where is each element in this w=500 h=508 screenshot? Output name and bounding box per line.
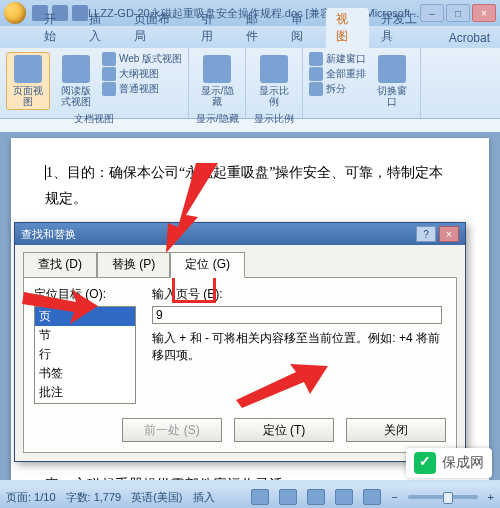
goto-target-label: 定位目标 (O):: [34, 286, 136, 303]
switch-windows-button[interactable]: 切换窗口: [370, 52, 414, 114]
arrange-all-button[interactable]: 全部重排: [309, 67, 366, 81]
tab-acrobat[interactable]: Acrobat: [439, 28, 500, 48]
print-layout-button[interactable]: 页面视图: [6, 52, 50, 110]
goto-hint-text: 输入 + 和 - 可将相关内容移至当前位置。例如: +4 将前移四项。: [152, 330, 446, 364]
outline-view-button[interactable]: 大纲视图: [102, 67, 182, 81]
status-page[interactable]: 页面: 1/10: [6, 490, 56, 505]
list-item[interactable]: 节: [35, 326, 135, 345]
split-button[interactable]: 拆分: [309, 82, 366, 96]
switch-windows-icon: [378, 55, 406, 83]
status-language[interactable]: 英语(美国): [131, 490, 182, 505]
draft-icon: [102, 82, 116, 96]
view-print-layout-icon[interactable]: [251, 489, 269, 505]
find-replace-dialog: 查找和替换 ? × 查找 (D) 替换 (P) 定位 (G) 定位目标 (O):…: [14, 222, 466, 462]
view-outline-icon[interactable]: [335, 489, 353, 505]
view-draft-icon[interactable]: [363, 489, 381, 505]
zoom-button[interactable]: 显示比例: [252, 52, 296, 110]
zoom-slider[interactable]: [408, 495, 478, 499]
close-button[interactable]: 关闭: [346, 418, 446, 442]
print-layout-icon: [14, 55, 42, 83]
show-hide-icon: [203, 55, 231, 83]
tab-view[interactable]: 视图: [326, 8, 369, 48]
highlight-box-input: [172, 275, 216, 303]
dialog-help-button[interactable]: ?: [416, 226, 436, 242]
tab-mailings[interactable]: 邮件: [236, 8, 279, 48]
list-item[interactable]: 行: [35, 345, 135, 364]
show-hide-button[interactable]: 显示/隐藏: [195, 52, 239, 110]
list-item[interactable]: 批注: [35, 383, 135, 402]
window-maximize-button[interactable]: □: [446, 4, 470, 22]
tab-insert[interactable]: 插入: [79, 8, 122, 48]
status-word-count[interactable]: 字数: 1,779: [66, 490, 122, 505]
tab-review[interactable]: 审阅: [281, 8, 324, 48]
draft-view-button[interactable]: 普通视图: [102, 82, 182, 96]
list-item[interactable]: 书签: [35, 364, 135, 383]
split-icon: [309, 82, 323, 96]
status-insert-mode[interactable]: 插入: [193, 490, 215, 505]
goto-button[interactable]: 定位 (T): [234, 418, 334, 442]
watermark: 保成网: [406, 448, 492, 478]
list-item[interactable]: 脚注: [35, 402, 135, 404]
previous-button: 前一处 (S): [122, 418, 222, 442]
outline-icon: [102, 67, 116, 81]
tab-references[interactable]: 引用: [191, 8, 234, 48]
arrange-all-icon: [309, 67, 323, 81]
dialog-tab-find[interactable]: 查找 (D): [23, 252, 97, 278]
dialog-title: 查找和替换: [21, 227, 76, 242]
goto-target-listbox[interactable]: 页 节 行 书签 批注 脚注: [34, 306, 136, 404]
zoom-in-button[interactable]: +: [488, 491, 494, 503]
new-window-icon: [309, 52, 323, 66]
web-layout-icon: [102, 52, 116, 66]
view-web-icon[interactable]: [307, 489, 325, 505]
office-orb-button[interactable]: [4, 2, 26, 24]
group-label-docviews: 文档视图: [74, 110, 114, 128]
reading-layout-icon: [62, 55, 90, 83]
dialog-tab-goto[interactable]: 定位 (G): [170, 252, 245, 278]
list-item[interactable]: 页: [35, 307, 135, 326]
zoom-out-button[interactable]: −: [391, 491, 397, 503]
dialog-close-button[interactable]: ×: [439, 226, 459, 242]
reading-layout-button[interactable]: 阅读版式视图: [54, 52, 98, 110]
window-close-button[interactable]: ×: [472, 4, 496, 22]
watermark-logo-icon: [414, 452, 436, 474]
ribbon-tabs: 开始 插入 页面布局 引用 邮件 审阅 视图 开发工具 Acrobat: [0, 26, 500, 48]
web-layout-button[interactable]: Web 版式视图: [102, 52, 182, 66]
view-reading-icon[interactable]: [279, 489, 297, 505]
dialog-tab-replace[interactable]: 替换 (P): [97, 252, 170, 278]
tab-page-layout[interactable]: 页面布局: [124, 8, 190, 48]
status-bar: 页面: 1/10 字数: 1,779 英语(美国) 插入 − +: [0, 486, 500, 508]
new-window-button[interactable]: 新建窗口: [309, 52, 366, 66]
page-number-input[interactable]: [152, 306, 442, 324]
tab-home[interactable]: 开始: [34, 8, 77, 48]
zoom-icon: [260, 55, 288, 83]
tab-developer[interactable]: 开发工具: [371, 8, 437, 48]
